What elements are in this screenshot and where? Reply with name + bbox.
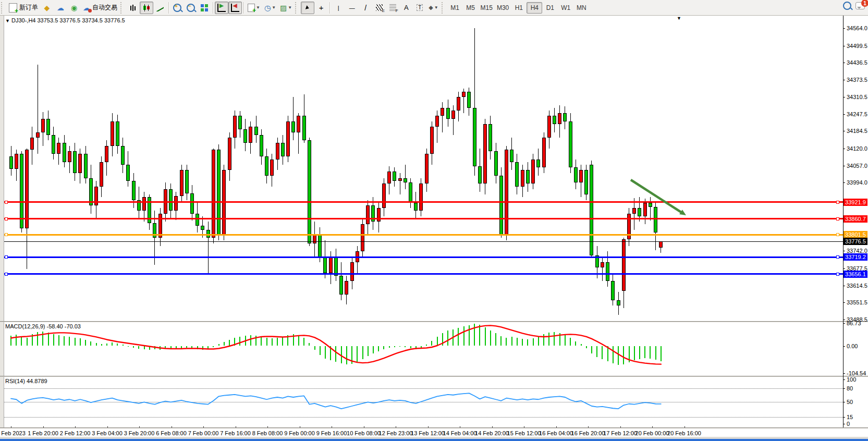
level-handle[interactable] <box>836 201 839 204</box>
price-tick-label: 34310.5 <box>847 94 867 100</box>
line-chart-button[interactable] <box>153 2 167 14</box>
toolbar-grip <box>1 2 6 14</box>
indicators-button[interactable]: ▼ <box>246 2 262 14</box>
fibonacci-button[interactable]: E <box>372 2 386 14</box>
autotrading-button[interactable]: ☁ 自动交易 <box>81 2 119 14</box>
one-click-expander-icon[interactable]: ▼ <box>5 18 10 23</box>
candle <box>41 119 45 132</box>
level-handle[interactable] <box>836 233 839 236</box>
periods-button[interactable]: ◷▼ <box>262 2 278 14</box>
shapes-button[interactable]: ◆▼ <box>426 2 440 14</box>
candle-wick <box>400 173 400 195</box>
rsi-tick <box>843 388 845 389</box>
timeframe-m30[interactable]: M30 <box>495 2 511 14</box>
label-button[interactable]: T <box>413 2 426 14</box>
candle <box>228 138 231 170</box>
candle <box>63 143 66 162</box>
macd-histogram-bar <box>272 338 273 346</box>
timeframe-d1[interactable]: D1 <box>542 2 558 14</box>
price-level-line[interactable] <box>4 234 843 236</box>
crosshair-button[interactable]: + <box>314 2 328 14</box>
macd-histogram-bar <box>207 346 209 349</box>
chart-shift-marker[interactable]: ▼ <box>677 16 681 21</box>
timeframe-mn[interactable]: MN <box>573 2 589 14</box>
price-level-line[interactable] <box>4 273 843 275</box>
bar-chart-button[interactable] <box>126 2 140 14</box>
vertical-line-button[interactable]: | <box>332 2 345 14</box>
level-handle[interactable] <box>836 273 839 276</box>
price-badge: 33921.9 <box>843 199 867 206</box>
gold-diamond-button[interactable]: ◆ <box>40 2 54 14</box>
text-button[interactable]: A <box>399 2 413 14</box>
text-icon: A <box>404 4 409 11</box>
candle <box>169 189 173 211</box>
chart-shift-button[interactable]: ◀ <box>228 2 242 14</box>
candle <box>270 160 274 176</box>
level-handle[interactable] <box>5 255 8 259</box>
zoom-in-icon: + <box>173 4 181 12</box>
timeframe-h1[interactable]: H1 <box>511 2 527 14</box>
templates-button[interactable]: ▨▼ <box>278 2 294 14</box>
candle <box>398 178 402 181</box>
tile-windows-button[interactable] <box>198 2 211 14</box>
chat-icon[interactable]: 1 <box>855 2 865 9</box>
macd-histogram-bar <box>117 344 118 346</box>
channel-button[interactable]: F <box>386 2 399 14</box>
zoom-out-button[interactable]: − <box>184 2 198 14</box>
sonar-button[interactable]: ◉ <box>67 2 81 14</box>
indicators-icon <box>248 4 255 12</box>
price-tick <box>843 46 845 46</box>
macd-histogram-bar <box>255 336 256 346</box>
timeframe-m1[interactable]: M1 <box>447 2 463 14</box>
macd-histogram-bar <box>229 340 230 346</box>
price-level-line[interactable] <box>4 256 843 258</box>
timeframe-m15[interactable]: M15 <box>479 2 495 14</box>
macd-histogram-bar <box>32 334 33 346</box>
cursor-button[interactable] <box>301 2 314 14</box>
macd-histogram-bar <box>96 343 97 346</box>
level-handle[interactable] <box>5 233 8 236</box>
candlestick-button[interactable] <box>140 2 153 14</box>
macd-histogram-bar <box>655 346 656 360</box>
autoscroll-button[interactable]: ▶ <box>215 2 228 14</box>
level-handle[interactable] <box>5 217 8 220</box>
candle-wick <box>650 197 651 220</box>
timeframe-h4[interactable]: H4 <box>527 2 542 14</box>
candle <box>435 116 439 127</box>
level-handle[interactable] <box>5 201 8 204</box>
candle <box>649 203 652 207</box>
candle <box>536 160 540 168</box>
price-level-line[interactable] <box>4 201 843 203</box>
macd-histogram-bar <box>27 338 28 346</box>
macd-histogram-bar <box>527 339 528 346</box>
shapes-icon: ◆ <box>429 4 433 11</box>
timeframe-m5[interactable]: M5 <box>463 2 479 14</box>
macd-histogram-bar <box>495 333 496 346</box>
new-order-button[interactable]: 新订单 <box>7 2 40 14</box>
macd-histogram-bar <box>80 338 81 346</box>
price-badge: 33656.1 <box>843 271 867 278</box>
level-handle[interactable] <box>836 217 839 220</box>
candle <box>46 119 50 135</box>
level-handle[interactable] <box>5 273 8 276</box>
macd-histogram-bar <box>234 338 235 346</box>
trendline-button[interactable]: / <box>359 2 372 14</box>
zoom-in-button[interactable]: + <box>170 2 184 14</box>
horizontal-line-button[interactable]: — <box>345 2 359 14</box>
level-handle[interactable] <box>836 255 839 259</box>
current-price-line[interactable] <box>4 241 843 242</box>
price-level-line[interactable] <box>4 218 843 219</box>
candle <box>547 116 551 138</box>
search-icon[interactable] <box>843 2 851 10</box>
candle <box>515 162 519 187</box>
price-badge: 33719.2 <box>843 253 867 261</box>
macd-histogram-bar <box>634 346 635 361</box>
macd-histogram-bar <box>287 335 288 346</box>
dataview-button[interactable]: ☁ <box>54 2 67 14</box>
chart-zone: 1 Feb 20231 Feb 20:002 Feb 12:003 Feb 04… <box>0 16 868 441</box>
timeframe-w1[interactable]: W1 <box>558 2 573 14</box>
macd-histogram-bar <box>330 346 331 361</box>
price-tick-label: 34184.5 <box>847 128 867 134</box>
macd-histogram-bar <box>394 346 395 347</box>
mt4-window: 新订单 ◆ ☁ ◉ ☁ 自动交易 + − ▶ ◀ ▼ ◷▼ <box>0 0 868 441</box>
